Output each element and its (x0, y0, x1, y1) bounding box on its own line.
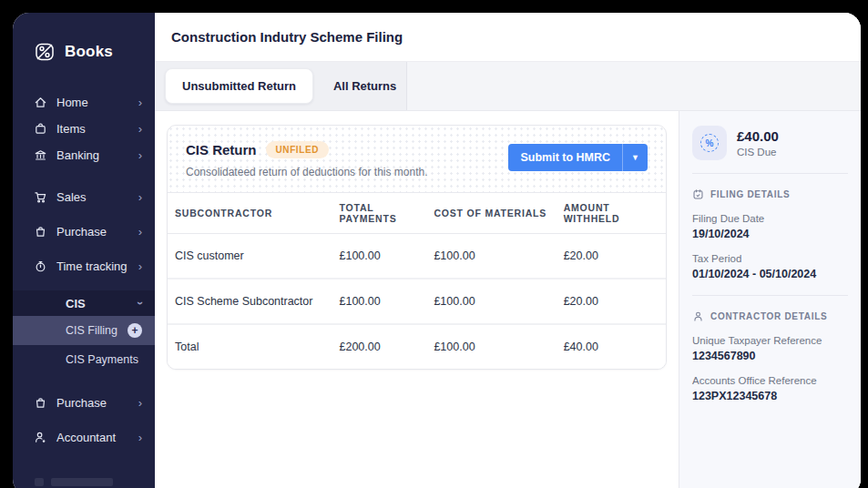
submit-to-hmrc-button[interactable]: Submit to HMRC (508, 144, 622, 171)
column-subcontractor: SUBCONTRACTOR (168, 193, 332, 234)
tab-all-returns[interactable]: All Returns (317, 69, 413, 103)
cell-total-materials: £100.00 (426, 324, 556, 369)
field-value: 1234567890 (692, 350, 848, 362)
chevron-right-icon: › (138, 123, 142, 135)
sidebar-item-label: Purchase (56, 396, 107, 410)
cell-cost-of-materials: £100.00 (426, 234, 556, 280)
cis-due-amount: £40.00 (737, 128, 779, 144)
cell-total-label: Total (168, 324, 332, 369)
sidebar-item-home[interactable]: Home › (13, 89, 155, 116)
sidebar-item-label: Accountant (56, 431, 116, 444)
summary-panel: % £40.00 CIS Due FILING DETA (679, 111, 861, 488)
sidebar-item-label: Items (56, 122, 86, 136)
card-title: CIS Return (186, 142, 257, 158)
tab-unsubmitted-return[interactable]: Unsubmitted Return (165, 68, 313, 104)
books-logo-icon (33, 40, 56, 64)
submit-dropdown-button[interactable]: ▼ (622, 144, 648, 171)
sidebar-item-label: CIS Payments (66, 353, 138, 366)
sidebar-item-accountant[interactable]: Accountant › (13, 420, 155, 454)
sidebar: Books Home › Items › (13, 13, 155, 488)
cell-total-payments: £100.00 (332, 279, 427, 324)
cell-total-payments: £100.00 (332, 234, 427, 280)
chevron-down-icon: › (134, 301, 147, 305)
sidebar-item-label: Time tracking (56, 259, 128, 273)
table-header-row: SUBCONTRACTOR TOTAL PAYMENTS COST OF MAT… (168, 193, 666, 234)
cis-due-block: % £40.00 CIS Due (692, 124, 848, 174)
tax-period-field: Tax Period 01/10/2024 - 05/10/2024 (692, 253, 848, 280)
sidebar-item-cis[interactable]: CIS › (13, 290, 155, 316)
contractor-details-heading: CONTRACTOR DETAILS (710, 311, 827, 321)
utr-field: Unique Taxpayer Reference 1234567890 (692, 335, 848, 362)
cart-icon (33, 190, 47, 204)
sidebar-item-cis-filling[interactable]: CIS Filling + (13, 316, 155, 345)
contractor-details-section: CONTRACTOR DETAILS Unique Taxpayer Refer… (692, 295, 848, 406)
sidebar-item-sales[interactable]: Sales › (13, 179, 155, 214)
column-total-payments: TOTAL PAYMENTS (332, 193, 427, 234)
cis-due-label: CIS Due (737, 147, 779, 158)
cell-amount-withheld: £20.00 (557, 234, 666, 280)
sidebar-item-label: CIS Filling (66, 324, 117, 337)
percent-icon: % (692, 126, 727, 160)
sidebar-item-time-tracking[interactable]: Time tracking › (13, 249, 155, 283)
field-label: Filing Due Date (692, 213, 848, 224)
cell-cost-of-materials: £100.00 (426, 279, 556, 324)
table-row: CIS customer £100.00 £100.00 £20.00 (168, 234, 666, 280)
sidebar-item-label: Sales (56, 190, 87, 204)
brand-logo[interactable]: Books (13, 13, 155, 89)
sidebar-item-purchase[interactable]: Purchase › (13, 214, 155, 249)
calendar-icon (692, 188, 704, 200)
chevron-right-icon: › (138, 97, 142, 108)
submit-split-button: Submit to HMRC ▼ (508, 144, 648, 171)
table-total-row: Total £200.00 £100.00 £40.00 (168, 324, 666, 369)
chevron-right-icon: › (138, 149, 142, 161)
sidebar-item-label: Home (56, 96, 88, 109)
sidebar-skeleton (13, 454, 155, 486)
stopwatch-icon (33, 259, 47, 273)
cell-amount-withheld: £20.00 (557, 279, 666, 324)
cell-total-payments: £200.00 (332, 324, 427, 369)
accountant-icon (33, 431, 47, 444)
tab-bar: Unsubmitted Return All Returns (155, 62, 861, 111)
filing-details-heading: FILING DETAILS (710, 189, 790, 199)
sidebar-item-cis-payments[interactable]: CIS Payments (13, 345, 155, 374)
main-area: CIS Return UNFILED Consolidateed return … (155, 111, 679, 488)
app-window: Books Home › Items › (13, 13, 861, 488)
chevron-right-icon: › (138, 226, 142, 238)
brand-name: Books (65, 43, 113, 61)
box-icon (33, 122, 47, 136)
sidebar-item-items[interactable]: Items › (13, 116, 155, 142)
field-value: 01/10/2024 - 05/10/2024 (692, 268, 848, 280)
top-bar: Construction Indutry Scheme Filing (155, 13, 861, 62)
sidebar-item-purchase-2[interactable]: Purchase › (13, 385, 155, 420)
column-cost-of-materials: COST OF MATERIALS (426, 193, 556, 234)
cell-total-withheld: £40.00 (557, 324, 666, 369)
card-header: CIS Return UNFILED Consolidateed return … (168, 126, 666, 192)
sidebar-item-label: Purchase (56, 225, 107, 239)
column-amount-withheld: AMOUNT WITHHELD (557, 193, 666, 234)
cis-return-table: SUBCONTRACTOR TOTAL PAYMENTS COST OF MAT… (168, 192, 666, 369)
table-row: CIS Scheme Subcontractor £100.00 £100.00… (168, 279, 666, 324)
field-label: Accounts Office Reference (692, 375, 848, 386)
status-badge: UNFILED (266, 141, 330, 158)
cis-return-card: CIS Return UNFILED Consolidateed return … (167, 125, 667, 370)
field-label: Tax Period (692, 253, 848, 264)
tab-group: Unsubmitted Return All Returns (155, 62, 407, 110)
bag-icon (33, 225, 47, 239)
chevron-right-icon: › (138, 260, 142, 272)
chevron-right-icon: › (138, 191, 142, 203)
aor-field: Accounts Office Reference 123PX12345678 (692, 375, 848, 402)
field-value: 19/10/2024 (692, 228, 848, 240)
cell-subcontractor: CIS Scheme Subcontractor (168, 279, 332, 324)
chevron-right-icon: › (138, 397, 142, 409)
sidebar-item-label: CIS (66, 297, 86, 310)
home-icon (33, 96, 47, 109)
skeleton-bar (51, 478, 113, 486)
sidebar-item-label: Banking (56, 148, 99, 162)
add-cis-filing-button[interactable]: + (128, 323, 142, 338)
filing-due-date-field: Filing Due Date 19/10/2024 (692, 213, 848, 240)
sidebar-item-banking[interactable]: Banking › (13, 142, 155, 168)
filing-details-section: FILING DETAILS Filing Due Date 19/10/202… (692, 174, 848, 284)
skeleton-square (35, 478, 44, 486)
cell-subcontractor: CIS customer (168, 234, 332, 280)
page-title: Construction Indutry Scheme Filing (171, 29, 403, 45)
